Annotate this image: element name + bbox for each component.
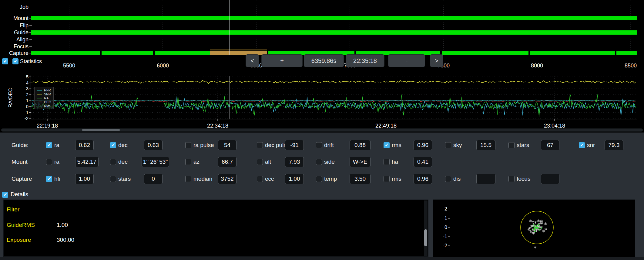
timeline-prev-button[interactable]: <	[246, 54, 259, 67]
guide-snr-label: snr	[587, 142, 605, 149]
guide-sky-checkbox[interactable]	[445, 142, 451, 148]
guide-dec-pulse-value[interactable]: -91	[285, 140, 304, 150]
guide-dec-checkbox[interactable]	[110, 142, 116, 148]
timeline-zoom-in-button[interactable]: +	[261, 54, 303, 67]
guide-rms-value[interactable]: 0.96	[414, 140, 432, 150]
detail-key: GuideRMS	[7, 222, 35, 228]
guide-stars: stars 67	[508, 139, 559, 151]
guide-snr-value[interactable]: 79.3	[605, 140, 623, 150]
capture-temp: temp 3.50	[316, 173, 371, 185]
radec-ytick: -1	[19, 110, 29, 115]
guide-stars-checkbox[interactable]	[508, 142, 515, 148]
mount-ha-value[interactable]: 0:41	[414, 157, 432, 167]
capture-stars-value[interactable]: 0	[144, 174, 163, 184]
details-vscrollbar-handle[interactable]	[424, 229, 427, 246]
capture-focus-value[interactable]	[541, 174, 559, 184]
guide-snr-checkbox[interactable]	[579, 142, 585, 148]
capture-ecc-value[interactable]: 1.00	[285, 174, 304, 184]
capture-stars-checkbox[interactable]	[110, 176, 116, 182]
guide-drift-checkbox[interactable]	[316, 142, 322, 148]
mount-az-checkbox[interactable]	[185, 159, 191, 165]
radec-legend: HFR SNR RA DEC RMS	[34, 87, 54, 109]
mount-ra-checkbox[interactable]	[46, 159, 52, 165]
details-checkbox[interactable]	[2, 192, 8, 198]
mount-dec: dec 1° 26' 53"	[110, 156, 169, 168]
legend-entry-snr: SNR	[37, 92, 51, 96]
mount-az-value[interactable]: 66.7	[218, 157, 236, 167]
statistics-panel: Guide: ra 0.62 dec 0.63 ra pulse 54 dec …	[0, 132, 644, 200]
capture-row-caption: Capture	[12, 173, 32, 185]
mount-stats-row: Mount ra 5:42:17 dec 1° 26' 53" az 66.7 …	[0, 156, 644, 168]
details-label: Details	[11, 191, 28, 198]
timeline-row-guide: Guide	[0, 29, 29, 36]
capture-focus: focus	[508, 173, 559, 185]
statistics-checkbox-right[interactable]	[12, 58, 18, 64]
guide-ra: ra 0.62	[46, 139, 94, 151]
radec-hscrollbar-track[interactable]	[1, 128, 643, 132]
mount-alt-label: alt	[265, 159, 285, 165]
radec-ytick: 4	[19, 80, 29, 86]
capture-median-value[interactable]: 3752	[218, 174, 236, 184]
details-vscrollbar-track[interactable]	[424, 200, 428, 256]
capture-median-label: median	[193, 176, 218, 182]
guide-ra-pulse-checkbox[interactable]	[185, 142, 191, 148]
mount-ha-checkbox[interactable]	[384, 159, 390, 165]
guide-ra-value[interactable]: 0.62	[75, 140, 94, 150]
capture-hfr-value[interactable]: 1.00	[75, 174, 94, 184]
guide-dec-label: dec	[118, 142, 144, 149]
timeline-row-capture: Capture	[0, 50, 29, 56]
legend-rms-swatch	[37, 106, 42, 106]
guide-sky-label: sky	[453, 142, 476, 149]
timeline-time-display[interactable]: 22:35:18	[346, 54, 384, 67]
mount-alt-checkbox[interactable]	[257, 159, 263, 165]
guide-dec: dec 0.63	[110, 139, 163, 151]
capture-rms-checkbox[interactable]	[384, 176, 390, 182]
mount-side-value[interactable]: W->E	[350, 157, 371, 167]
statistics-label: Statistics	[20, 58, 42, 65]
guide-stars-value[interactable]: 67	[541, 140, 559, 150]
capture-focus-checkbox[interactable]	[508, 176, 515, 182]
radec-ytick: 2	[19, 92, 29, 98]
mount-dec-label: dec	[118, 159, 142, 165]
guide-ra-label: ra	[54, 142, 75, 149]
guide-snr: snr 79.3	[579, 139, 623, 151]
capture-ecc-checkbox[interactable]	[257, 176, 263, 182]
guide-rms-checkbox[interactable]	[384, 142, 390, 148]
radec-hscrollbar-handle[interactable]	[82, 129, 120, 131]
timeline-next-button[interactable]: >	[430, 54, 443, 67]
capture-rms-value[interactable]: 0.96	[414, 174, 432, 184]
radec-ytick: -2	[19, 116, 29, 121]
mount-az-label: az	[193, 159, 218, 165]
drift-ytick: -2	[438, 243, 447, 248]
capture-temp-label: temp	[324, 176, 350, 182]
mount-alt-value[interactable]: 7.93	[285, 157, 304, 167]
mount-ra-value[interactable]: 5:42:17	[75, 157, 99, 167]
mount-dec-value[interactable]: 1° 26' 53"	[142, 157, 169, 167]
guide-dec-value[interactable]: 0.63	[144, 140, 163, 150]
capture-ecc-label: ecc	[265, 176, 285, 182]
capture-hfr: hfr 1.00	[46, 173, 94, 185]
guide-ra-checkbox[interactable]	[46, 142, 52, 148]
mount-alt: alt 7.93	[257, 156, 304, 168]
capture-dis-value[interactable]	[476, 174, 495, 184]
capture-hfr-checkbox[interactable]	[46, 176, 52, 182]
legend-entry-hfr: HFR	[37, 88, 51, 92]
timeline-zoom-out-button[interactable]: -	[388, 54, 425, 67]
mount-side-checkbox[interactable]	[316, 159, 322, 165]
ekos-analyze-module: Job Mount Flip Guide Align Focus Capture…	[0, 0, 644, 260]
capture-temp-value[interactable]: 3.50	[350, 174, 371, 184]
legend-snr-swatch	[37, 94, 42, 94]
timeline-duration-display[interactable]: 6359.86s	[304, 54, 344, 67]
guide-ra-pulse-value[interactable]: 54	[218, 140, 236, 150]
capture-dis-checkbox[interactable]	[445, 176, 451, 182]
guide-drift-value[interactable]: 0.88	[350, 140, 371, 150]
capture-median-checkbox[interactable]	[185, 176, 191, 182]
guide-stars-label: stars	[517, 142, 541, 149]
guide-dec-pulse-checkbox[interactable]	[257, 142, 263, 148]
capture-temp-checkbox[interactable]	[316, 176, 322, 182]
mount-dec-checkbox[interactable]	[110, 159, 116, 165]
guide-sky-value[interactable]: 15.5	[476, 140, 495, 150]
statistics-checkbox-left[interactable]	[2, 58, 8, 64]
mount-row-caption: Mount	[12, 156, 28, 168]
drift-ytick: 1	[438, 216, 447, 221]
